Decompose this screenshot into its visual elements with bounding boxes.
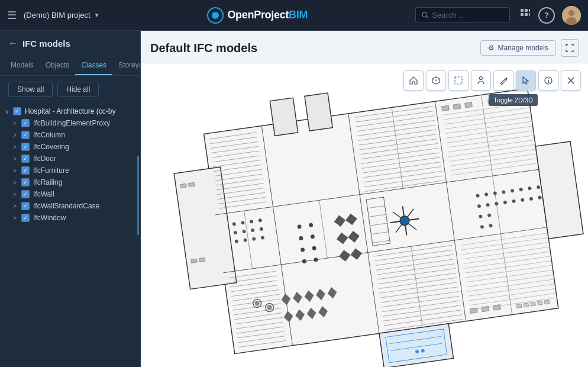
svg-point-20	[548, 78, 549, 79]
list-item[interactable]: > IfcCovering	[0, 141, 140, 153]
svg-rect-54	[537, 301, 542, 305]
svg-line-15	[432, 79, 436, 81]
tree-checkbox[interactable]	[21, 131, 30, 139]
tree-item-label: IfcWallStandardCase	[33, 202, 135, 210]
tab-classes[interactable]: Classes	[75, 56, 112, 75]
tree-item-label: IfcCovering	[33, 143, 135, 151]
project-selector[interactable]: (Demo) BIM project ▼	[24, 11, 100, 20]
list-item[interactable]: > IfcBuildingElementProxy	[0, 117, 140, 129]
svg-rect-45	[488, 99, 493, 104]
tree-checkbox[interactable]	[21, 202, 30, 210]
tree-checkbox[interactable]	[21, 119, 30, 127]
home-icon	[409, 76, 418, 85]
svg-rect-26	[270, 98, 298, 136]
tree-item-label: IfcWindow	[33, 214, 135, 222]
search-box[interactable]	[415, 7, 510, 23]
tree-chevron-icon: >	[13, 144, 21, 150]
tree-checkbox[interactable]	[21, 178, 30, 186]
tab-objects[interactable]: Objects	[40, 56, 76, 75]
svg-point-17	[480, 77, 483, 80]
page-title: Default IFC models	[150, 41, 257, 55]
info-button[interactable]	[538, 70, 558, 91]
sidebar-scrollbar[interactable]	[137, 156, 139, 235]
tree-item-label: IfcWall	[33, 190, 135, 198]
svg-rect-43	[482, 306, 489, 311]
cursor-icon	[521, 76, 531, 85]
svg-rect-23	[204, 88, 558, 353]
svg-rect-218	[199, 257, 205, 262]
sidebar-tree: ∨ Hospital - Architecture (cc-by > IfcBu…	[0, 103, 140, 226]
tree-chevron-icon: >	[13, 168, 21, 174]
tab-models[interactable]: Models	[5, 56, 40, 75]
tree-root-label: Hospital - Architecture (cc-by	[25, 107, 135, 115]
back-button[interactable]: ←	[8, 38, 18, 49]
project-name: (Demo) BIM project	[24, 11, 91, 20]
select-button[interactable]	[516, 70, 536, 91]
tree-chevron-icon: >	[13, 215, 21, 221]
list-item[interactable]: > IfcColumn	[0, 129, 140, 141]
svg-rect-9	[529, 13, 530, 16]
3d-view-button[interactable]	[426, 70, 446, 91]
tree-chevron-icon: >	[13, 156, 21, 162]
svg-rect-5	[525, 9, 528, 12]
tree-item-label: IfcFurniture	[33, 166, 135, 175]
apps-grid-icon[interactable]	[519, 8, 531, 22]
manage-models-button[interactable]: ⚙ Manage models	[480, 40, 556, 56]
list-item[interactable]: > IfcFurniture	[0, 165, 140, 176]
list-item[interactable]: > IfcWall	[0, 188, 140, 200]
tree-checkbox[interactable]	[21, 154, 30, 163]
svg-rect-16	[455, 77, 462, 84]
close-icon	[567, 76, 575, 85]
help-button[interactable]: ?	[538, 7, 555, 24]
list-item[interactable]: > IfcWallStandardCase	[0, 200, 140, 212]
select-box-button[interactable]	[448, 70, 469, 91]
tab-storeys[interactable]: Storeys	[112, 56, 141, 75]
svg-rect-46	[495, 98, 500, 102]
svg-line-3	[427, 17, 428, 18]
tree-root-checkbox[interactable]	[13, 107, 21, 115]
tree-checkbox[interactable]	[21, 166, 30, 175]
svg-point-11	[568, 10, 574, 16]
top-nav: ☰ (Demo) BIM project ▼ OpenProjectBIM ?	[0, 0, 588, 31]
fullscreen-icon	[566, 44, 574, 52]
list-item[interactable]: > IfcDoor	[0, 153, 140, 165]
svg-point-2	[422, 12, 427, 17]
avatar[interactable]	[562, 6, 581, 25]
viewer-container[interactable]: Toggle 2D/3D	[141, 63, 588, 367]
svg-rect-27	[305, 93, 332, 131]
close-viewer-button[interactable]	[561, 70, 581, 91]
fullscreen-button[interactable]	[561, 39, 579, 57]
svg-line-14	[436, 79, 440, 81]
home-view-button[interactable]	[403, 70, 424, 91]
floor-plan-view[interactable]	[141, 63, 588, 367]
svg-rect-217	[191, 259, 198, 263]
tree-root[interactable]: ∨ Hospital - Architecture (cc-by	[0, 105, 140, 117]
svg-rect-6	[529, 9, 530, 12]
paint-button[interactable]	[493, 70, 513, 91]
app-logo: OpenProjectBIM	[107, 7, 408, 24]
svg-rect-53	[531, 302, 536, 306]
list-item[interactable]: > IfcWindow	[0, 212, 140, 224]
list-item[interactable]: > IfcRailing	[0, 176, 140, 188]
svg-rect-42	[470, 308, 478, 313]
search-input[interactable]	[432, 11, 503, 20]
first-person-button[interactable]	[471, 70, 491, 91]
tree-chevron-icon: >	[13, 203, 21, 210]
floor-plan-svg	[141, 63, 588, 367]
tree-checkbox[interactable]	[21, 214, 30, 222]
tree-checkbox[interactable]	[21, 143, 30, 151]
tree-checkbox[interactable]	[21, 190, 30, 198]
show-all-button[interactable]: Show all	[8, 82, 53, 97]
svg-rect-216	[188, 182, 195, 186]
tree-chevron-icon: >	[13, 179, 21, 186]
svg-rect-47	[502, 97, 507, 101]
hamburger-icon[interactable]: ☰	[7, 9, 17, 22]
svg-rect-49	[516, 95, 521, 99]
tree-chevron-icon: >	[13, 132, 21, 139]
svg-rect-4	[521, 9, 524, 12]
svg-rect-51	[516, 304, 522, 308]
hide-all-button[interactable]: Hide all	[57, 82, 99, 97]
sidebar-header: ← IFC models	[0, 31, 140, 56]
svg-rect-52	[524, 303, 529, 307]
info-icon	[544, 76, 553, 85]
